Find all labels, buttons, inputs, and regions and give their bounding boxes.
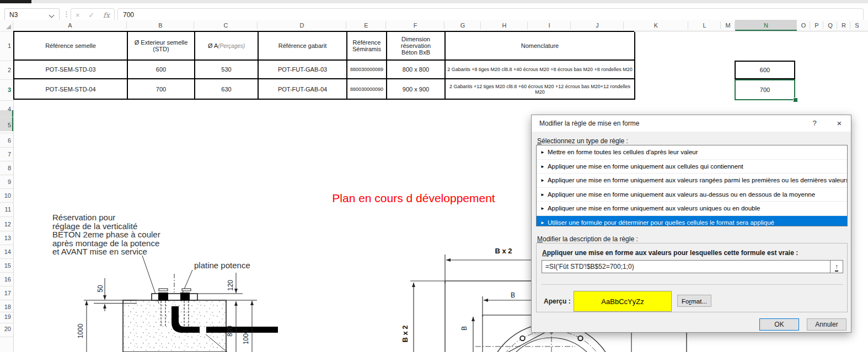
select-all-corner[interactable] — [6, 24, 11, 29]
insert-function-icon[interactable]: fx — [103, 11, 110, 19]
dim-120: 120 — [227, 280, 234, 291]
name-box[interactable]: N3 — [4, 8, 60, 21]
dim-1000-right: 1000 — [242, 329, 250, 344]
header-main: Ø A — [208, 42, 218, 49]
table-cell: 900 x 900 — [387, 79, 446, 100]
row-header-15[interactable]: 15 — [1, 263, 11, 269]
table-cell: 2 Gabarits +12 tiges M20 cl8.8 +60 écrou… — [446, 79, 635, 100]
annotation-line-1: Réservation pour — [52, 213, 115, 222]
column-header-A[interactable]: A — [13, 20, 127, 31]
row-header-5[interactable]: 5 — [1, 122, 11, 128]
column-divider — [13, 21, 13, 29]
rule-formula-input[interactable]: =SI('Fût STD'!$B$52=700;1;0) ↑ — [542, 260, 843, 273]
column-header-Q[interactable]: Q — [823, 20, 837, 31]
row-header-13[interactable]: 13 — [1, 235, 11, 241]
row-header-14[interactable]: 14 — [1, 249, 11, 255]
ok-button[interactable]: OK — [759, 318, 799, 331]
table-cell: 530 — [195, 61, 259, 79]
row-header-7[interactable]: 7 — [1, 151, 11, 158]
column-divider — [257, 21, 258, 29]
row-divider — [0, 337, 13, 337]
row-header-20[interactable]: 20 — [1, 326, 11, 332]
column-header-H[interactable]: H — [481, 20, 528, 31]
table-cell: POT-FUT-GAB-04 — [259, 79, 347, 100]
row-header-12[interactable]: 12 — [1, 221, 11, 228]
rule-description-group: Appliquer une mise en forme aux valeurs … — [536, 243, 848, 312]
collapse-dialog-button[interactable]: ↑ — [830, 261, 843, 273]
row-header-6[interactable]: 6 — [1, 138, 11, 144]
chevron-down-icon[interactable] — [49, 13, 55, 18]
dialog-titlebar[interactable]: Modifier la règle de mise en forme ? × — [532, 115, 851, 132]
table-header-cell: Dimension réservation Béton BxB — [387, 32, 446, 61]
column-header-R[interactable]: R — [837, 20, 850, 31]
column-divider — [194, 21, 194, 29]
plate-label: platine potence — [194, 261, 250, 270]
help-icon[interactable]: ? — [810, 119, 819, 127]
column-divider — [444, 21, 444, 29]
format-button-text: Fo — [682, 298, 689, 305]
formula-input[interactable]: 700 — [117, 8, 864, 21]
column-header-F[interactable]: F — [386, 20, 444, 31]
row-header-18[interactable]: 18 — [1, 304, 11, 310]
row-header-11[interactable]: 11 — [1, 207, 11, 213]
row-header-16[interactable]: 16 — [1, 277, 11, 283]
column-divider — [480, 21, 481, 29]
rule-type-label: Appliquer une mise en forme uniquement a… — [548, 205, 760, 212]
column-divider — [720, 21, 721, 29]
column-divider — [346, 21, 346, 29]
row-header-4[interactable]: 4 — [1, 106, 11, 112]
column-header-M[interactable]: M — [721, 20, 735, 31]
rule-type-option-3[interactable]: ►Appliquer une mise en forme uniquement … — [537, 174, 847, 188]
dim-bx2-top: B x 2 — [495, 247, 512, 255]
table-cell: 880030000090 — [347, 79, 387, 100]
column-header-I[interactable]: I — [528, 20, 571, 31]
row-header-17[interactable]: 17 — [1, 290, 11, 296]
rule-type-option-6[interactable]: ►Utiliser une formule pour déterminer po… — [537, 216, 847, 226]
column-divider — [837, 21, 837, 29]
column-divider — [623, 21, 624, 29]
column-header-D[interactable]: D — [258, 20, 346, 31]
cell-n3-selected[interactable]: 700 — [735, 79, 795, 100]
cell-n2[interactable]: 600 — [735, 61, 795, 79]
column-divider — [735, 21, 735, 29]
column-header-N[interactable]: N — [735, 20, 797, 31]
column-header-O[interactable]: O — [797, 20, 810, 31]
row-header-1[interactable]: 1 — [1, 43, 11, 49]
row-header-19[interactable]: 19 — [1, 314, 11, 320]
row-header-8[interactable]: 8 — [1, 165, 11, 171]
column-header-P[interactable]: P — [810, 20, 823, 31]
cancel-entry-icon[interactable]: × — [76, 11, 80, 19]
row-header-2[interactable]: 2 — [1, 67, 11, 73]
rule-type-option-4[interactable]: ►Appliquer une mise en forme uniquement … — [537, 188, 847, 202]
rule-type-option-2[interactable]: ►Appliquer une mise en forme uniquement … — [537, 160, 847, 174]
column-header-E[interactable]: E — [346, 20, 386, 31]
formula-instruction-label: Appliquer une mise en forme aux valeurs … — [542, 249, 798, 257]
row-header-3[interactable]: 3 — [1, 87, 11, 93]
column-header-J[interactable]: J — [571, 20, 624, 31]
table-cell: POT-FUT-GAB-03 — [259, 61, 347, 79]
row-3-selection-bar — [12, 110, 13, 131]
row-divider — [0, 161, 13, 161]
rule-arrow-icon: ► — [540, 150, 545, 155]
row-header-9[interactable]: 9 — [1, 179, 11, 185]
row-header-10[interactable]: 10 — [1, 193, 11, 199]
name-box-value: N3 — [9, 11, 18, 19]
rule-type-option-5[interactable]: ►Appliquer une mise en forme uniquement … — [537, 202, 847, 216]
column-header-S[interactable]: S — [850, 20, 864, 31]
fill-handle[interactable] — [793, 98, 798, 102]
column-header-L[interactable]: L — [688, 20, 721, 31]
excel-window: N3 ⋮ × ✓ fx 700 ABCDEFGHIJKLMNOPQRS 1234… — [0, 0, 868, 352]
format-button[interactable]: Format... — [677, 295, 711, 307]
row-divider — [0, 202, 13, 203]
rule-type-listbox[interactable]: ►Mettre en forme toutes les cellules d'a… — [536, 145, 848, 226]
close-icon[interactable]: × — [834, 118, 844, 128]
confirm-entry-icon[interactable]: ✓ — [88, 11, 94, 19]
row-divider — [0, 100, 13, 101]
column-header-G[interactable]: G — [444, 20, 481, 31]
column-header-K[interactable]: K — [624, 20, 688, 31]
rule-type-option-1[interactable]: ►Mettre en forme toutes les cellules d'a… — [537, 145, 847, 160]
column-divider — [527, 21, 528, 29]
column-header-C[interactable]: C — [194, 20, 258, 31]
cancel-button[interactable]: Annuler — [807, 318, 846, 331]
column-header-B[interactable]: B — [127, 20, 194, 31]
